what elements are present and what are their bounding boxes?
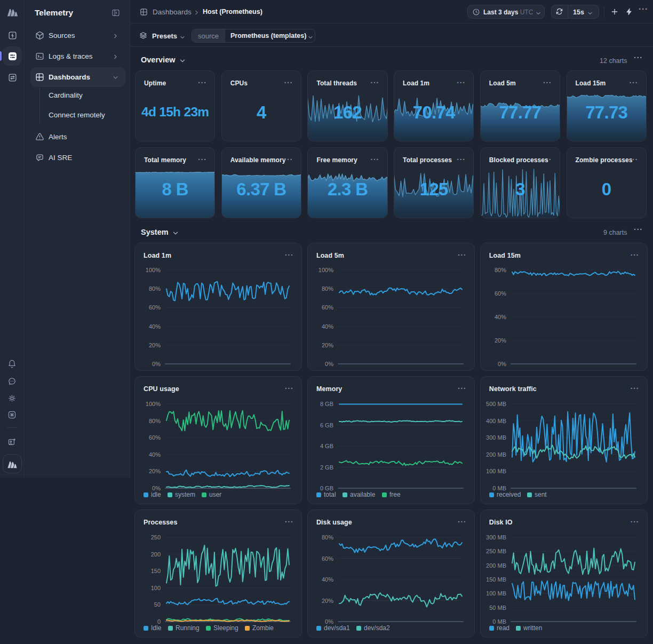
svg-text:80%: 80% [149,418,161,424]
svg-text:150 MB: 150 MB [486,576,506,583]
svg-text:250: 250 [151,534,161,540]
svg-text:100 MB: 100 MB [486,590,506,597]
svg-text:60%: 60% [495,290,506,297]
svg-text:80%: 80% [495,267,506,273]
svg-text:80%: 80% [149,285,161,292]
svg-text:100: 100 [151,585,161,591]
svg-text:2 GB: 2 GB [320,464,333,471]
svg-text:Running: Running [176,624,200,632]
svg-text:available: available [350,491,376,498]
svg-text:200 MB: 200 MB [486,562,506,569]
svg-text:100%: 100% [146,401,161,407]
svg-text:system: system [175,491,195,498]
svg-text:500 MB: 500 MB [486,401,506,407]
svg-text:Idle: Idle [151,624,162,632]
svg-text:6 GB: 6 GB [320,422,333,428]
svg-text:200: 200 [151,551,161,558]
svg-text:free: free [389,491,401,498]
svg-text:Zombie: Zombie [252,624,274,632]
svg-text:read: read [497,624,509,632]
svg-text:60%: 60% [322,304,333,311]
svg-text:idle: idle [151,491,161,498]
svg-text:100%: 100% [146,267,161,273]
svg-text:user: user [209,491,221,498]
svg-text:20%: 20% [495,337,506,344]
svg-text:40%: 40% [495,314,506,320]
svg-text:written: written [523,624,542,632]
svg-text:300 MB: 300 MB [486,434,506,441]
svg-text:0%: 0% [152,361,161,367]
svg-text:60%: 60% [322,555,333,562]
svg-text:Sleeping: Sleeping [213,624,238,632]
svg-text:20%: 20% [322,342,333,348]
svg-text:total: total [324,491,336,498]
svg-text:40%: 40% [149,451,161,458]
svg-text:150: 150 [151,568,161,574]
svg-text:80%: 80% [322,285,333,292]
svg-text:300 MB: 300 MB [486,534,506,540]
svg-text:400 MB: 400 MB [486,418,506,424]
svg-text:20%: 20% [322,598,333,604]
svg-text:100%: 100% [318,267,333,273]
svg-text:sent: sent [535,491,547,498]
svg-text:250 MB: 250 MB [486,548,506,554]
svg-text:8 GB: 8 GB [320,401,333,407]
svg-text:received: received [497,491,521,498]
svg-text:60%: 60% [149,434,161,441]
svg-text:0%: 0% [325,361,333,367]
svg-text:40%: 40% [322,323,333,330]
svg-text:0%: 0% [498,361,506,367]
svg-text:20%: 20% [149,468,161,474]
svg-text:dev/sda2: dev/sda2 [364,624,390,632]
svg-text:4 GB: 4 GB [320,443,333,449]
svg-text:50 MB: 50 MB [489,605,506,611]
svg-text:dev/sda1: dev/sda1 [324,624,350,632]
svg-text:80%: 80% [322,534,333,540]
svg-text:200 MB: 200 MB [486,451,506,458]
svg-text:20%: 20% [149,342,161,348]
svg-text:40%: 40% [322,576,333,583]
svg-text:100 MB: 100 MB [486,468,506,474]
svg-text:40%: 40% [149,323,161,330]
svg-text:60%: 60% [149,304,161,311]
svg-text:50: 50 [154,601,161,608]
